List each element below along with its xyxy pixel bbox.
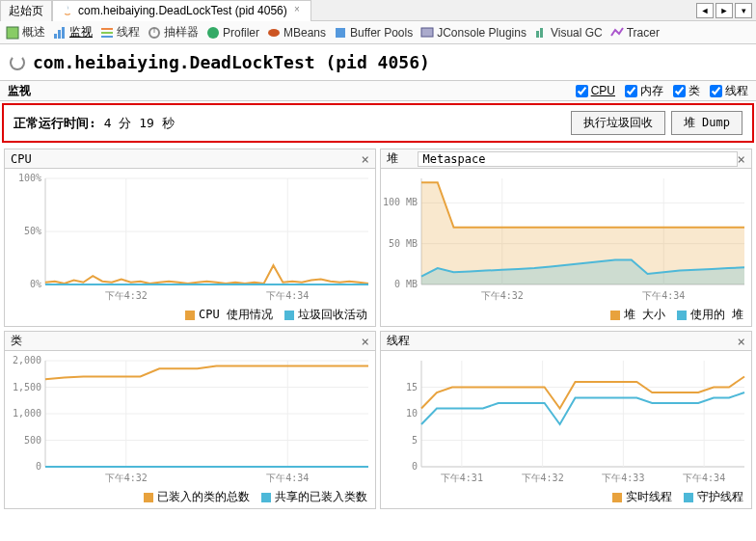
tool-visualgc[interactable]: Visual GC xyxy=(534,26,603,40)
chart-threads: 线程× 051015下午4:31下午4:32下午4:33下午4:34 实时线程守… xyxy=(380,331,752,509)
nav-left-button[interactable]: ◄ xyxy=(696,3,714,18)
chart-heap: 堆 Metaspace× 0 MB50 MB100 MB下午4:32下午4:34… xyxy=(380,149,752,327)
svg-text:下午4:31: 下午4:31 xyxy=(441,473,483,483)
overview-icon xyxy=(6,26,19,40)
svg-rect-10 xyxy=(336,28,345,38)
svg-rect-12 xyxy=(536,31,539,38)
check-threads[interactable]: 线程 xyxy=(710,83,748,99)
svg-text:下午4:32: 下午4:32 xyxy=(105,290,148,301)
svg-text:下午4:34: 下午4:34 xyxy=(266,290,309,301)
threads-chart: 051015下午4:31下午4:32下午4:33下午4:34 xyxy=(381,351,751,486)
tool-tracer[interactable]: Tracer xyxy=(610,26,660,40)
uptime: 正常运行时间: 4 分 19 秒 xyxy=(14,115,175,132)
svg-text:下午4:34: 下午4:34 xyxy=(266,473,309,483)
tab-process[interactable]: com.heibaiying.DeadLockTest (pid 4056) × xyxy=(52,0,311,21)
chart-title: CPU xyxy=(11,152,32,166)
gc-button[interactable]: 执行垃圾回收 xyxy=(571,111,665,135)
toolbar: 概述 监视 线程 抽样器 Profiler MBeans Buffer Pool… xyxy=(0,21,756,44)
title-row: com.heibaiying.DeadLockTest (pid 4056) xyxy=(0,44,756,80)
svg-rect-2 xyxy=(58,30,61,39)
svg-text:下午4:32: 下午4:32 xyxy=(481,290,524,301)
svg-rect-0 xyxy=(7,27,18,39)
svg-text:10: 10 xyxy=(406,408,418,419)
heap-sub-select[interactable]: Metaspace xyxy=(418,151,737,167)
svg-text:0 MB: 0 MB xyxy=(394,279,418,289)
svg-text:100 MB: 100 MB xyxy=(383,197,418,207)
close-icon[interactable]: × xyxy=(362,334,369,349)
nav-dropdown-button[interactable]: ▾ xyxy=(735,3,752,18)
tool-mbeans[interactable]: MBeans xyxy=(267,26,326,40)
svg-text:1,000: 1,000 xyxy=(13,408,41,419)
tool-monitor[interactable]: 监视 xyxy=(53,24,93,41)
chart-classes: 类× 05001,0001,5002,000下午4:32下午4:34 已装入的类… xyxy=(4,331,376,509)
chart-cpu: CPU× 0%50%100%下午4:32下午4:34 CPU 使用情况垃圾回收活… xyxy=(4,149,376,327)
buffer-icon xyxy=(334,26,347,40)
svg-text:0: 0 xyxy=(36,461,41,472)
svg-text:下午4:33: 下午4:33 xyxy=(602,473,644,483)
chart-title: 线程 xyxy=(387,333,410,349)
svg-text:0%: 0% xyxy=(30,279,41,289)
tool-jconsole[interactable]: JConsole Plugins xyxy=(420,26,526,40)
mbeans-icon xyxy=(267,26,281,40)
svg-rect-1 xyxy=(54,34,57,39)
tab-nav: ◄ ► ▾ xyxy=(696,3,756,18)
tool-threads[interactable]: 线程 xyxy=(100,24,140,41)
svg-rect-11 xyxy=(421,28,433,37)
svg-rect-13 xyxy=(540,28,543,38)
tool-buffer[interactable]: Buffer Pools xyxy=(334,26,413,40)
svg-text:15: 15 xyxy=(406,382,418,392)
close-icon[interactable]: × xyxy=(291,5,303,16)
java-icon xyxy=(61,4,74,17)
close-icon[interactable]: × xyxy=(362,151,369,167)
actions-row: 正常运行时间: 4 分 19 秒 执行垃圾回收 堆 Dump xyxy=(2,103,754,143)
svg-text:0: 0 xyxy=(412,461,418,472)
sampler-icon xyxy=(148,26,161,40)
tool-overview[interactable]: 概述 xyxy=(6,24,45,41)
jconsole-icon xyxy=(420,26,434,40)
close-icon[interactable]: × xyxy=(738,334,745,349)
tab-bar: 起始页 com.heibaiying.DeadLockTest (pid 405… xyxy=(0,0,756,21)
profiler-icon xyxy=(206,26,220,40)
svg-text:1,500: 1,500 xyxy=(13,382,41,392)
chart-title: 堆 xyxy=(387,150,398,167)
svg-text:2,000: 2,000 xyxy=(13,355,41,365)
cpu-chart: 0%50%100%下午4:32下午4:34 xyxy=(5,169,375,304)
svg-text:500: 500 xyxy=(24,435,41,446)
tool-profiler[interactable]: Profiler xyxy=(206,26,259,40)
nav-right-button[interactable]: ► xyxy=(716,3,733,18)
svg-text:下午4:34: 下午4:34 xyxy=(642,290,685,301)
svg-rect-5 xyxy=(101,32,113,34)
svg-text:5: 5 xyxy=(412,435,418,446)
heap-dump-button[interactable]: 堆 Dump xyxy=(671,111,742,135)
svg-text:50 MB: 50 MB xyxy=(389,238,418,249)
subheader: 监视 CPU 内存 类 线程 xyxy=(0,80,756,101)
refresh-icon[interactable] xyxy=(10,55,25,70)
svg-rect-4 xyxy=(101,28,113,30)
svg-text:下午4:32: 下午4:32 xyxy=(522,473,564,483)
classes-chart: 05001,0001,5002,000下午4:32下午4:34 xyxy=(5,351,375,486)
svg-rect-3 xyxy=(62,27,65,39)
svg-text:下午4:32: 下午4:32 xyxy=(105,473,148,483)
svg-rect-6 xyxy=(101,36,113,38)
check-mem[interactable]: 内存 xyxy=(625,83,663,99)
svg-point-9 xyxy=(268,29,280,37)
visualgc-icon xyxy=(534,26,548,40)
page-title: com.heibaiying.DeadLockTest (pid 4056) xyxy=(33,52,430,72)
svg-text:100%: 100% xyxy=(18,173,41,183)
tab-start[interactable]: 起始页 xyxy=(0,0,52,21)
threads-icon xyxy=(100,26,114,40)
svg-point-8 xyxy=(207,27,219,39)
charts-grid: CPU× 0%50%100%下午4:32下午4:34 CPU 使用情况垃圾回收活… xyxy=(0,145,756,513)
tracer-icon xyxy=(610,26,624,40)
heap-chart: 0 MB50 MB100 MB下午4:32下午4:34 xyxy=(381,169,751,304)
tool-sampler[interactable]: 抽样器 xyxy=(148,24,199,41)
svg-text:50%: 50% xyxy=(24,226,41,236)
close-icon[interactable]: × xyxy=(738,151,745,167)
monitor-icon xyxy=(53,26,67,40)
chart-title: 类 xyxy=(11,333,22,349)
svg-text:下午4:34: 下午4:34 xyxy=(683,473,725,483)
subheader-label: 监视 xyxy=(8,83,31,99)
check-cpu[interactable]: CPU xyxy=(576,83,615,99)
check-classes[interactable]: 类 xyxy=(673,83,700,99)
